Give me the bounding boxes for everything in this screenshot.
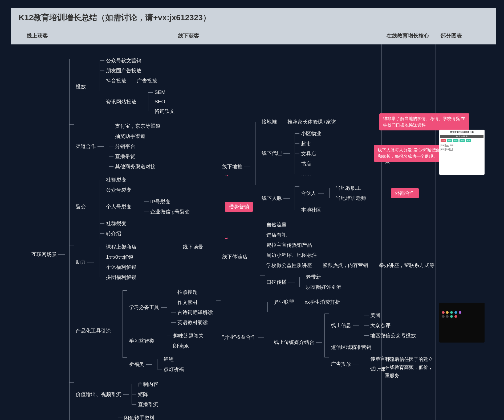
leaf: 小区物业 [301, 130, 321, 137]
root-offline: 线下场景 [183, 244, 203, 250]
b5: 产品化工具引流 [76, 327, 111, 334]
leaf: 闲鱼转手资料 [124, 414, 155, 420]
leaf: …… [301, 171, 311, 177]
a3p: 合伙人 [301, 190, 316, 197]
leaf: 短信区域精准营销 [331, 344, 371, 351]
leaf: 地区微信公众号投放 [370, 332, 416, 339]
b5g3: 祈福类 [129, 361, 144, 368]
c2g1: 线上信息 [331, 322, 351, 329]
leaf: 咨询软文 [155, 108, 175, 115]
b1: 投放 [76, 83, 86, 90]
leaf: 公众号软文营销 [106, 57, 141, 64]
leaf: 拼团福利解锁 [106, 274, 136, 281]
leaf: 社群裂变 [106, 220, 126, 227]
b5g2: 学习益智类 [129, 337, 154, 344]
col-core: 存量找增量，高频带高频 引流后信任因子的建立 在线教育高频，低价，重服务 [384, 44, 436, 420]
leaf: 直播带货 [115, 153, 135, 160]
col-header-core: 在线教育增长核心 [384, 27, 436, 44]
b: 线下体验店 [222, 253, 247, 260]
a: 线下地推 [222, 163, 242, 170]
note-a1: 得非常了解当地的学情、考情、学校情况 在学校门口摆地摊送资料 [379, 113, 469, 130]
leaf: 朋友圈好评引流 [306, 284, 341, 291]
leaf: 1元/0元解锁 [106, 254, 133, 261]
c2g3: 广告投放 [331, 361, 351, 368]
leaf: 当地培训老师 [336, 195, 366, 202]
root-online: 互联网场景 [31, 251, 57, 258]
page-title: K12教育培训增长总结（如需讨论，请+vx:jx612323） [11, 8, 496, 27]
leaf: 周边小程序、地图标注 [266, 252, 317, 259]
leaf: 进店有礼 [266, 232, 287, 238]
leaf: 书店 [301, 160, 311, 167]
leaf: 矩阵 [138, 391, 148, 398]
a1: 接地摊推荐家长体验课+家访 [262, 118, 336, 125]
thumb-seasons[interactable]: 教育培训行业淡旺季分类 行 业 淡 旺 季 行业 寒假 春季 暑假 秋季 学前K… [439, 130, 485, 175]
leaf: SEO [155, 99, 165, 105]
a3: 线下人脉 [262, 195, 282, 202]
leaf: 本地社区 [301, 207, 321, 213]
c2: 线上传统媒介结合 [274, 339, 314, 346]
leaf: 美团 [370, 312, 380, 319]
leaf: 其他商务渠道对接 [115, 163, 156, 170]
col-offline: 线下场景 线下地推 接地摊推荐家长体验课+家访 得非常了解当地的学情、考情、学校… [175, 44, 382, 420]
leaf: 学校做公益性质讲座紧跟热点，内容营销举办讲座，留联系方式等 [266, 262, 434, 269]
leaf: 当地教职工 [336, 185, 361, 192]
leaf: 文具店 [301, 150, 316, 157]
leaf: 课程上架商店 [106, 244, 136, 250]
leaf: 社群裂变 [106, 176, 126, 183]
leaf: 自制内容 [138, 381, 158, 388]
leaf: 朋友圈广告投放 [106, 67, 141, 74]
leaf: 转介绍 [106, 230, 121, 237]
c1: 异业联盟xx学生消费打折 [274, 299, 340, 306]
b3: 裂变 [76, 203, 86, 210]
leaf: 试听课 [370, 366, 385, 373]
b2: 渠道合作 [76, 143, 96, 150]
tag-ext: 外部合作 [391, 188, 419, 198]
col-header-online: 线上获客 [24, 27, 173, 44]
leaf: 自然流量 [266, 221, 287, 228]
leaf: SEM [155, 89, 165, 95]
leaf: 个体福利解锁 [106, 264, 136, 271]
leaf: 支付宝，京东等渠道 [115, 123, 161, 130]
b6: 价值输出、视频引流 [76, 391, 121, 398]
leaf: IP号裂变 [150, 198, 170, 205]
leaf: 传单宣传 [370, 356, 391, 363]
thumb-flow[interactable] [439, 303, 485, 343]
column-headers: 线上获客 线下获客 在线教育增长核心 部分图表 [11, 27, 496, 44]
leaf: 公众号裂变 [106, 187, 131, 193]
b4: 助力 [76, 259, 86, 266]
leaf: 大众点评 [370, 322, 391, 329]
col-header-charts: 部分图表 [438, 27, 487, 44]
leaf: 老带新 [306, 274, 321, 281]
leaf: 直播引流 [138, 401, 158, 408]
core-text-2: 引流后信任因子的建立 在线教育高频，低价，重服务 [385, 355, 433, 380]
leaf: 抽奖助手渠道 [115, 133, 145, 140]
c: "异业"权益合作 [222, 334, 256, 341]
leaf: 分销平台 [115, 143, 135, 150]
leaf: 超市 [301, 140, 311, 147]
leaf: 抖音投放广告投放 [106, 77, 157, 84]
b5g1: 学习必备工具 [129, 304, 159, 311]
b3c3: 个人号裂变 [106, 203, 131, 210]
leaf: 易拉宝宣传热销产品 [266, 242, 312, 249]
bc6: 口碑传播 [266, 279, 287, 286]
b1c4: 资讯网站投放 [106, 98, 136, 105]
col-header-offline: 线下获客 [175, 27, 382, 44]
a2: 线下代理 [262, 150, 282, 157]
col-charts: 教育培训行业淡旺季分类 行 业 淡 旺 季 行业 寒假 春季 暑假 秋季 学前K… [438, 44, 487, 420]
col-online: 互联网场景 投放 公众号软文营销 朋友圈广告投放 抖音投放广告投放 资讯网站投放… [24, 44, 173, 420]
leaf: 锦鲤 [164, 356, 174, 363]
